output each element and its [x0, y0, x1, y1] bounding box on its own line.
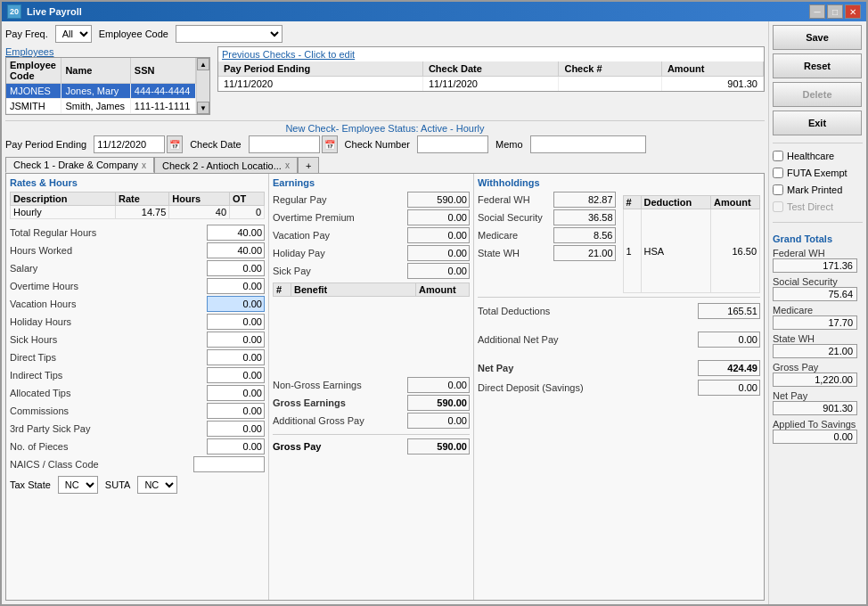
restore-button[interactable]: □ [827, 4, 843, 19]
table-row[interactable]: MJONES Jones, Mary 444-44-4444 [6, 84, 195, 99]
prev-checks-table: Pay Period Ending Check Date Check # Amo… [218, 61, 764, 91]
allocated-tips-input[interactable] [207, 385, 265, 401]
gross-earnings-input[interactable] [407, 395, 470, 411]
overtime-hours-label: Overtime Hours [10, 281, 78, 291]
direct-deposit-input[interactable] [698, 380, 760, 396]
ded-amount-col: Amount [711, 196, 760, 209]
holiday-hours-input[interactable] [207, 314, 265, 330]
test-direct-checkbox[interactable] [773, 201, 783, 212]
holiday-pay-input[interactable] [407, 245, 470, 261]
total-ded-input[interactable] [698, 303, 760, 319]
tab-check1-close[interactable]: x [142, 160, 146, 170]
gt-federal-wh-value: 171.36 [773, 258, 857, 273]
vacation-pay-input[interactable] [407, 227, 470, 243]
minimize-button[interactable]: ─ [809, 4, 825, 19]
table-row[interactable]: Hourly 14.75 40 0 [11, 206, 265, 219]
salary-input[interactable] [207, 260, 265, 276]
naics-input[interactable] [193, 456, 265, 472]
healthcare-label: Healthcare [787, 151, 834, 161]
delete-button[interactable]: Delete [773, 82, 862, 107]
close-button[interactable]: ✕ [845, 4, 861, 19]
futa-checkbox[interactable] [773, 168, 783, 178]
gross-earnings-label: Gross Earnings [273, 397, 346, 408]
period-ending-input[interactable] [94, 135, 165, 153]
total-ded-label: Total Deductions [478, 306, 550, 316]
check-date-input[interactable] [249, 135, 320, 153]
rate-value: 14.75 [115, 206, 168, 219]
indirect-tips-input[interactable] [207, 367, 265, 383]
hours-worked-label: Hours Worked [10, 245, 72, 256]
tab-check2-close[interactable]: x [285, 160, 290, 170]
memo-label: Memo [495, 139, 523, 150]
sick-pay-input[interactable] [407, 263, 470, 279]
3rd-party-sick-input[interactable] [207, 421, 265, 437]
num-pieces-input[interactable] [207, 438, 265, 454]
direct-tips-input[interactable] [207, 349, 265, 365]
vacation-hours-input[interactable] [207, 296, 265, 312]
employee-code-cell: MJONES [6, 84, 61, 99]
amount-cell: 901.30 [661, 77, 763, 92]
sick-hours-input[interactable] [207, 332, 265, 348]
gross-pay-input[interactable] [407, 438, 470, 454]
suta-select[interactable]: NC [137, 476, 177, 494]
period-cell: 11/11/2020 [218, 77, 422, 92]
rates-hours-table: Description Rate Hours OT Hourly 14.75 4… [10, 192, 265, 219]
sick-hours-label: Sick Hours [10, 334, 57, 345]
memo-input[interactable] [530, 135, 646, 153]
regular-pay-input[interactable] [407, 192, 470, 208]
tab-check1[interactable]: Check 1 - Drake & Company x [5, 157, 154, 173]
employee-code-label: Employee Code [99, 29, 168, 39]
check-date-calendar-btn[interactable]: 📅 [322, 135, 338, 153]
period-calendar-btn[interactable]: 📅 [167, 135, 183, 153]
scroll-up[interactable]: ▲ [197, 58, 209, 70]
tab-add[interactable]: + [298, 157, 319, 173]
federal-wh-input[interactable] [553, 192, 616, 208]
col-name: Name [61, 58, 130, 84]
employee-ssn-cell: 444-44-4444 [130, 84, 195, 99]
commissions-input[interactable] [207, 403, 265, 419]
deduction-table: # Deduction Amount 1 HSA 16. [623, 195, 761, 293]
medicare-input[interactable] [553, 227, 616, 243]
additional-gross-input[interactable] [407, 413, 470, 429]
futa-label: FUTA Exempt [787, 168, 848, 178]
pay-freq-select[interactable]: All [55, 25, 92, 43]
add-net-pay-input[interactable] [698, 332, 760, 348]
gt-gross-pay: Gross Pay 1,220.00 [773, 362, 863, 387]
total-reg-hours-label: Total Regular Hours [10, 227, 96, 238]
hours-worked-input[interactable] [207, 242, 265, 258]
net-pay-input[interactable] [698, 360, 760, 376]
overtime-premium-label: Overtime Premium [273, 212, 355, 223]
overtime-premium-input[interactable] [407, 209, 470, 225]
table-row[interactable]: 11/11/2020 11/11/2020 901.30 [218, 77, 764, 92]
employee-code-select[interactable] [176, 25, 283, 43]
gt-social-security-value: 75.64 [773, 287, 857, 301]
mark-printed-checkbox[interactable] [773, 184, 783, 195]
total-reg-hours-input[interactable] [207, 225, 265, 241]
overtime-hours-input[interactable] [207, 278, 265, 294]
scroll-down[interactable]: ▼ [197, 102, 209, 114]
tab-check2[interactable]: Check 2 - Antioch Locatio... x [154, 157, 298, 173]
non-gross-input[interactable] [407, 377, 470, 393]
employees-link[interactable]: Employees [5, 46, 210, 57]
employee-scrollbar[interactable]: ▲ ▼ [196, 58, 209, 114]
social-security-input[interactable] [553, 209, 616, 225]
save-button[interactable]: Save [773, 25, 862, 50]
withholdings-title: Withholdings [478, 177, 760, 188]
table-row[interactable]: JSMITH Smith, James 111-11-1111 [6, 99, 195, 114]
tab-check1-label: Check 1 - Drake & Company [13, 160, 138, 170]
check-date-label: Check Date [190, 139, 241, 150]
state-wh-input[interactable] [553, 245, 616, 261]
healthcare-checkbox[interactable] [773, 151, 783, 161]
withholdings-section: Withholdings Federal WH Social Security … [474, 174, 764, 600]
table-row[interactable]: 1 HSA 16.50 [623, 209, 760, 293]
tax-state-select[interactable]: NC [58, 476, 98, 494]
rate-hours: 40 [169, 206, 230, 219]
gt-state-wh: State WH 21.00 [773, 333, 863, 358]
reset-button[interactable]: Reset [773, 53, 862, 78]
sick-pay-label: Sick Pay [273, 266, 311, 276]
prev-checks-link[interactable]: Previous Checks - Click to edit [218, 47, 764, 61]
naics-label: NAICS / Class Code [10, 459, 99, 470]
exit-button[interactable]: Exit [773, 111, 862, 135]
check-number-input[interactable] [417, 135, 488, 153]
earnings-section: Earnings Regular Pay Overtime Premium Va… [269, 174, 474, 600]
